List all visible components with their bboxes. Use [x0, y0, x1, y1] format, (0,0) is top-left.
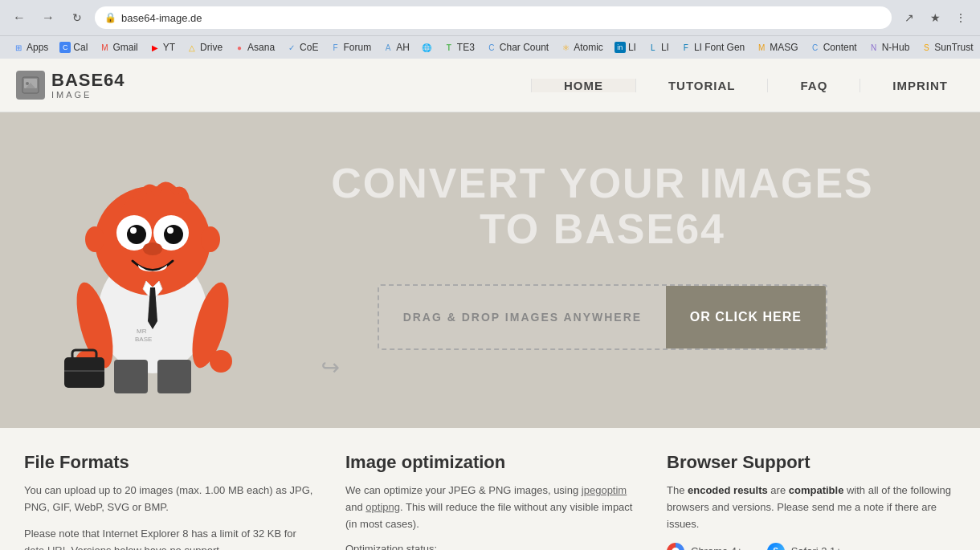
browser-nav-bar: ← → ↻ 🔒 base64-image.de ↗ ★ ⋮ [0, 0, 980, 35]
nav-home[interactable]: HOME [531, 79, 635, 92]
forward-button[interactable]: → [37, 6, 59, 29]
back-button[interactable]: ← [8, 6, 31, 29]
svg-point-9 [164, 225, 183, 244]
nav-faq[interactable]: FAQ [767, 79, 860, 92]
bookmark-li[interactable]: in LI [610, 39, 641, 55]
image-optimization-para1: We can optimize your JPEG & PNG images, … [345, 483, 635, 532]
browser-safari: S Safari 3.1+ [767, 543, 842, 550]
bookmark-ah[interactable]: A AH [378, 39, 414, 55]
charcount-icon: C [486, 42, 497, 53]
chrome-icon [667, 543, 684, 550]
bookmark-label: Asana [247, 42, 275, 53]
page-content: BASE64 IMAGE HOME TUTORIAL FAQ IMPRINT [0, 59, 980, 550]
bookmark-button[interactable]: ★ [924, 6, 946, 29]
jpegoptim-link[interactable]: jpegoptim [582, 484, 627, 496]
bookmark-drive[interactable]: △ Drive [182, 39, 227, 55]
nhub-icon: N [868, 42, 880, 53]
browser-support-intro: The encoded results are compatible with … [667, 483, 956, 532]
compatible-text: compatible [789, 484, 844, 496]
bookmark-apps[interactable]: ⊞ Apps [8, 39, 53, 55]
bookmark-label: MASG [770, 42, 798, 53]
bookmarks-bar: ⊞ Apps C Cal M Gmail ▶ YT △ Drive ● Asan… [0, 35, 980, 59]
bookmark-label: CoE [300, 42, 318, 53]
file-formats-para2: Please note that Internet Explorer 8 has… [24, 526, 313, 550]
more-button[interactable]: ⋮ [949, 6, 972, 29]
bookmark-coe[interactable]: ✓ CoE [281, 39, 323, 55]
nav-tutorial[interactable]: TUTORIAL [635, 79, 768, 92]
address-bar[interactable]: 🔒 base64-image.de [95, 6, 892, 29]
reload-button[interactable]: ↻ [66, 6, 88, 29]
bookmark-label: TE3 [457, 42, 475, 53]
bookmark-label: Drive [200, 42, 223, 53]
svg-point-26 [85, 226, 104, 252]
bookmark-label: LI Font Gen [694, 42, 745, 53]
browser-action-buttons: ↗ ★ ⋮ [898, 6, 972, 29]
browser-support-section: Browser Support The encoded results are … [667, 452, 956, 550]
svg-point-27 [201, 226, 220, 252]
suntrust-icon: S [921, 42, 932, 53]
nav-imprint[interactable]: IMPRINT [860, 79, 980, 92]
bookmark-yt[interactable]: ▶ YT [145, 39, 180, 55]
lifontgen-icon: F [680, 42, 692, 53]
browser-list: Chrome 4+ S Safari 3.1+ 🦊 Firefox [667, 543, 956, 550]
content-icon: C [810, 42, 821, 53]
image-optimization-section: Image optimization We can optimize your … [345, 452, 635, 550]
logo-base64-text: BASE64 [51, 71, 125, 90]
browser-chrome: ← → ↻ 🔒 base64-image.de ↗ ★ ⋮ ⊞ Apps C C… [0, 0, 980, 59]
bookmark-label: AH [396, 42, 410, 53]
bookmark-label: Char Count [500, 42, 549, 53]
bookmark-li2[interactable]: L LI [643, 39, 674, 55]
bookmark-label: Cal [73, 42, 88, 53]
bookmark-label: Atomic [574, 42, 603, 53]
data-uri-link[interactable]: data URI [24, 544, 65, 550]
globe-icon: 🌐 [421, 42, 432, 53]
forum-icon: F [329, 42, 341, 53]
bookmark-forum[interactable]: F Forum [325, 39, 376, 55]
bookmark-gmail[interactable]: M Gmail [94, 39, 142, 55]
bookmark-asana[interactable]: ● Asana [229, 39, 280, 55]
bookmark-lifontgen[interactable]: F LI Font Gen [676, 39, 749, 55]
bookmark-label: LI [628, 42, 636, 53]
browser-support-title: Browser Support [667, 452, 956, 473]
hero-content: CONVERT YOUR IMAGES TO BASE64 DRAG & DRO… [273, 161, 932, 381]
optimization-label: Optimization status: [345, 543, 635, 550]
arrow-hint: ↩ [321, 354, 340, 381]
coe-icon: ✓ [286, 42, 297, 53]
optipng-link[interactable]: optipng [365, 501, 400, 513]
cal-icon: C [59, 42, 71, 53]
mascot-svg: MR BASE [48, 145, 257, 393]
lock-icon: 🔒 [104, 12, 116, 23]
file-formats-title: File Formats [24, 452, 313, 473]
logo[interactable]: BASE64 IMAGE [16, 71, 125, 100]
upload-area[interactable]: DRAG & DROP IMAGES ANYWHERE OR CLICK HER… [378, 284, 827, 350]
bookmark-label: Forum [343, 42, 371, 53]
svg-point-11 [167, 227, 174, 234]
bookmark-atomic[interactable]: ⚛ Atomic [555, 39, 608, 55]
bookmark-masg[interactable]: M MASG [751, 39, 802, 55]
drag-drop-text: DRAG & DROP IMAGES ANYWHERE [403, 311, 642, 324]
bookmark-cal[interactable]: C Cal [55, 39, 92, 55]
asana-icon: ● [234, 42, 245, 53]
bookmark-label: Content [823, 42, 857, 53]
svg-point-2 [26, 82, 29, 85]
share-button[interactable]: ↗ [898, 6, 921, 29]
bookmark-content[interactable]: C Content [805, 39, 862, 55]
hero-section: MR BASE CONVERT YOUR IMAGES TO BASE64 DR… [0, 112, 980, 428]
logo-icon [16, 71, 45, 100]
svg-point-8 [127, 225, 146, 244]
chrome-label: Chrome 4+ [691, 545, 743, 550]
svg-rect-20 [64, 357, 104, 388]
drive-icon: △ [186, 42, 198, 53]
bookmark-charcount[interactable]: C Char Count [481, 39, 553, 55]
svg-point-23 [210, 350, 232, 373]
url-text: base64-image.de [121, 12, 202, 24]
bookmark-nhub[interactable]: N N-Hub [864, 39, 915, 55]
hero-title: CONVERT YOUR IMAGES TO BASE64 [331, 161, 874, 252]
bookmark-suntrust[interactable]: S SunTrust [916, 39, 978, 55]
bookmark-te3[interactable]: T TE3 [439, 39, 480, 55]
click-here-button[interactable]: OR CLICK HERE [666, 286, 826, 348]
bookmark-label: Apps [27, 42, 48, 53]
logo-area: BASE64 IMAGE [0, 59, 141, 112]
bookmark-globe[interactable]: 🌐 [416, 39, 437, 55]
bookmark-label: Gmail [112, 42, 137, 53]
